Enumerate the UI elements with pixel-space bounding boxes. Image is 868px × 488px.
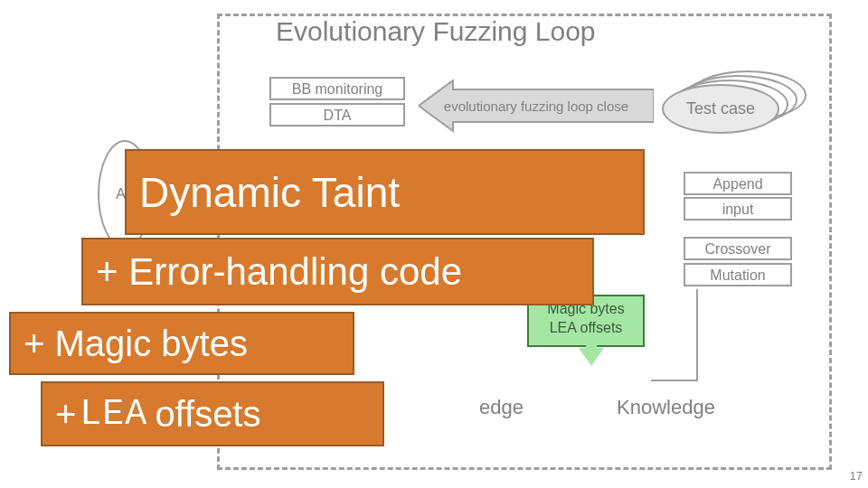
bg-box-bb-monitoring: BB monitoring — [269, 77, 405, 100]
bg-box-dta: DTA — [269, 103, 405, 127]
bg-box-append-input: input — [684, 197, 792, 221]
overlay-error-handling-label: + Error-handling code — [96, 250, 462, 294]
overlay-lea-suffix: offsets — [155, 394, 260, 435]
bg-box-crossover: Crossover — [684, 237, 792, 260]
test-case-oval: Test case — [662, 84, 779, 134]
green-arrow-head — [579, 348, 604, 366]
lea-offsets-line: LEA offsets — [529, 319, 643, 338]
overlay-error-handling: + Error-handling code — [81, 238, 594, 305]
overlay-lea-mono: LEA — [80, 394, 147, 435]
overlay-lea-prefix: + — [55, 394, 76, 435]
overlay-magic-bytes-label: + Magic bytes — [24, 324, 248, 364]
overlay-dynamic-taint: Dynamic Taint — [125, 149, 645, 235]
test-case-label: Test case — [686, 99, 755, 118]
route-line-1 — [696, 289, 698, 380]
bg-box-mutation: Mutation — [684, 263, 792, 286]
bg-box-append: Append — [684, 172, 792, 195]
page-number: 17 — [850, 469, 863, 483]
overlay-magic-bytes: + Magic bytes — [9, 312, 354, 375]
knowledge-label: Knowledge — [617, 396, 715, 419]
loop-close-arrow-label: evolutionary fuzzing loop close — [444, 99, 628, 115]
loop-close-arrow: evolutionary fuzzing loop close — [419, 77, 654, 136]
overlay-lea-offsets: + LEA offsets — [41, 381, 384, 446]
loop-title: Evolutionary Fuzzing Loop — [276, 16, 596, 47]
route-line-2 — [651, 380, 698, 381]
knowledge-label-partial: edge — [479, 396, 524, 419]
overlay-dynamic-taint-label: Dynamic Taint — [139, 168, 400, 217]
